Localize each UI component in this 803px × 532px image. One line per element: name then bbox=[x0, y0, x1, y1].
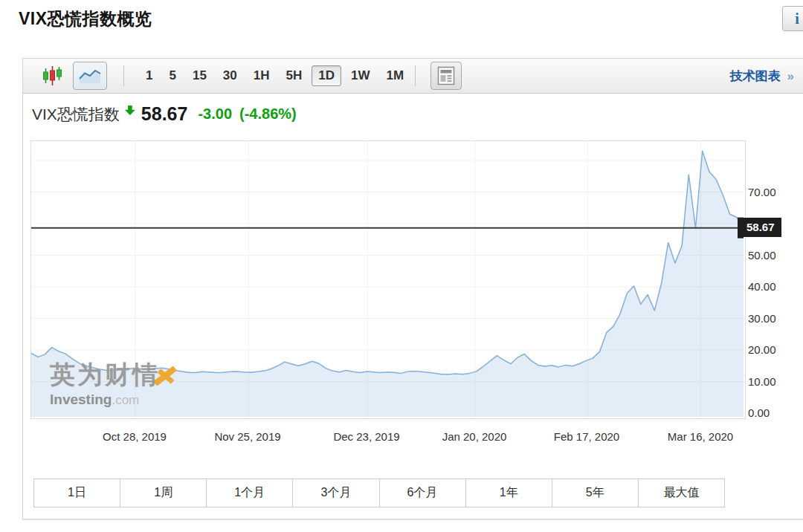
range-button-1个月[interactable]: 1个月 bbox=[207, 479, 293, 507]
technical-chart-link-label: 技术图表 bbox=[730, 69, 781, 83]
last-price-tag: 58.67 bbox=[743, 218, 781, 237]
page-title: VIX恐慌指数概览 bbox=[19, 7, 152, 30]
y-axis-label: 30.00 bbox=[748, 312, 776, 325]
last-price: 58.67 bbox=[141, 103, 188, 125]
instrument-name: VIX恐慌指数 bbox=[32, 104, 120, 125]
x-axis-label: Oct 28, 2019 bbox=[103, 430, 167, 443]
interval-button-1H[interactable]: 1H bbox=[247, 65, 277, 86]
x-axis-label: Feb 17, 2020 bbox=[554, 430, 619, 443]
range-button-1日[interactable]: 1日 bbox=[34, 479, 120, 507]
price-change: -3.00 bbox=[198, 106, 232, 123]
toolbar-separator bbox=[415, 65, 416, 86]
range-button-最大值[interactable]: 最大值 bbox=[639, 479, 724, 507]
y-axis-label: 20.00 bbox=[748, 343, 776, 356]
interval-button-5[interactable]: 5 bbox=[162, 65, 182, 86]
chevron-double-right-icon: » bbox=[787, 69, 794, 83]
y-axis-label: 70.00 bbox=[748, 186, 776, 198]
technical-chart-link[interactable]: 技术图表 » bbox=[730, 68, 794, 85]
x-axis-label: Nov 25, 2019 bbox=[214, 430, 280, 443]
interval-button-1[interactable]: 1 bbox=[139, 65, 159, 86]
quote-row: VIX恐慌指数 58.67 -3.00 (-4.86%) bbox=[32, 103, 297, 125]
line-chart-button[interactable] bbox=[73, 62, 107, 90]
news-view-button[interactable] bbox=[430, 62, 462, 90]
price-down-arrow-icon bbox=[125, 106, 135, 115]
range-button-3个月[interactable]: 3个月 bbox=[293, 479, 379, 507]
x-axis-label: Dec 23, 2019 bbox=[333, 430, 399, 443]
interval-button-1W[interactable]: 1W bbox=[344, 65, 377, 86]
interval-button-1D[interactable]: 1D bbox=[312, 65, 341, 86]
chart-widget: 1515301H5H1D1W1M 技术图表 » VIX恐慌指数 58.67 -3… bbox=[22, 58, 803, 520]
x-axis-label: Jan 20, 2020 bbox=[442, 430, 507, 443]
range-button-1周[interactable]: 1周 bbox=[120, 479, 207, 507]
chart-toolbar: 1515301H5H1D1W1M 技术图表 » bbox=[23, 59, 803, 94]
range-buttons: 1日1周1个月3个月6个月1年5年最大值 bbox=[33, 479, 725, 507]
y-axis-label: 10.00 bbox=[748, 375, 776, 388]
candlestick-chart-button[interactable] bbox=[42, 65, 62, 86]
chart-plot-area[interactable]: 英为财情 Investing.com bbox=[30, 140, 746, 419]
info-button[interactable]: i bbox=[782, 6, 803, 31]
candlestick-icon bbox=[42, 65, 62, 86]
y-axis-label: 0.00 bbox=[748, 406, 770, 419]
news-icon bbox=[437, 66, 455, 85]
line-chart-icon bbox=[78, 67, 102, 85]
interval-button-15[interactable]: 15 bbox=[186, 65, 213, 86]
y-axis-labels: 70.0050.0040.0030.0020.0010.000.00 bbox=[748, 140, 802, 418]
price-change-percent: (-4.86%) bbox=[239, 106, 297, 123]
range-button-5年[interactable]: 5年 bbox=[552, 479, 639, 507]
interval-button-5H[interactable]: 5H bbox=[280, 65, 309, 86]
toolbar-separator bbox=[123, 65, 124, 86]
y-axis-label: 40.00 bbox=[748, 280, 776, 293]
interval-buttons: 1515301H5H1D1W1M bbox=[138, 65, 412, 86]
range-button-6个月[interactable]: 6个月 bbox=[380, 479, 466, 507]
x-axis-label: Mar 16, 2020 bbox=[668, 430, 733, 443]
y-axis-label: 50.00 bbox=[748, 249, 776, 262]
interval-button-1M[interactable]: 1M bbox=[379, 65, 410, 86]
x-axis-labels: Oct 28, 2019Nov 25, 2019Dec 23, 2019Jan … bbox=[30, 430, 744, 445]
range-button-1年[interactable]: 1年 bbox=[466, 479, 552, 507]
interval-button-30[interactable]: 30 bbox=[216, 65, 244, 86]
price-chart-svg bbox=[31, 141, 744, 417]
info-icon: i bbox=[795, 10, 799, 27]
